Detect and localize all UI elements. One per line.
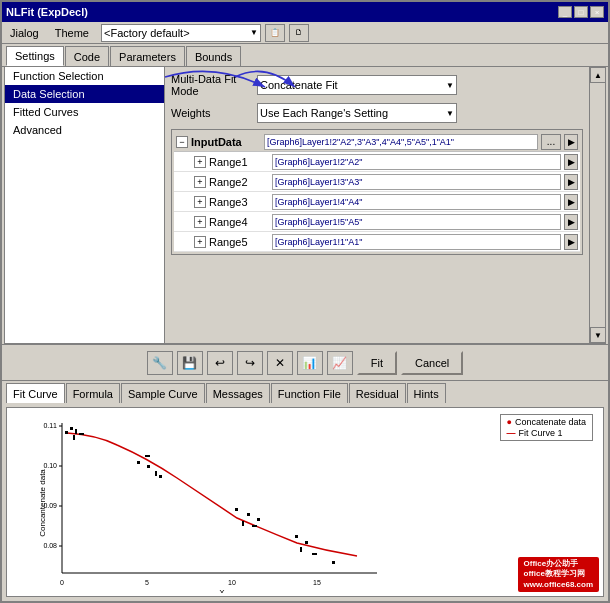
range-value-1: [Graph6]Layer1!3"A3": [272, 174, 561, 190]
theme-combo-area: <Factory default> ▼ 📋 🗋: [101, 24, 604, 42]
theme-icon1[interactable]: 📋: [265, 24, 285, 42]
settings-tab-bar: Settings Code Parameters Bounds: [2, 44, 608, 67]
svg-rect-18: [70, 427, 73, 430]
weights-row: Weights Use Each Range's Setting ▼: [171, 103, 583, 123]
legend-item-data: ● Concatenate data: [507, 417, 587, 427]
tool-btn-redo[interactable]: ↪: [237, 351, 263, 375]
range-expand-2[interactable]: +: [194, 196, 206, 208]
range-expand-4[interactable]: +: [194, 236, 206, 248]
tab-fit-curve[interactable]: Fit Curve: [6, 383, 65, 403]
window-title: NLFit (ExpDecl): [6, 6, 88, 18]
legend-label-curve: Fit Curve 1: [519, 428, 563, 438]
scroll-up-btn[interactable]: ▲: [590, 67, 606, 83]
tab-formula[interactable]: Formula: [66, 383, 120, 403]
tab-parameters[interactable]: Parameters: [110, 46, 185, 66]
range-label-4: Range5: [209, 236, 269, 248]
svg-text:0.10: 0.10: [43, 462, 57, 469]
svg-rect-33: [305, 541, 308, 544]
range-label-3: Range4: [209, 216, 269, 228]
tab-settings[interactable]: Settings: [6, 46, 64, 66]
nav-advanced[interactable]: Advanced: [5, 121, 164, 139]
legend-label-data: Concatenate data: [515, 417, 586, 427]
svg-rect-35: [312, 553, 317, 555]
svg-rect-22: [137, 461, 140, 464]
inputdata-arrow-btn[interactable]: ▶: [564, 134, 578, 150]
inputdata-expand[interactable]: −: [176, 136, 188, 148]
theme-icon2[interactable]: 🗋: [289, 24, 309, 42]
range-label-1: Range2: [209, 176, 269, 188]
mode-row: Multi-Data Fit Mode Concatenate Fit ▼: [171, 73, 583, 97]
bottom-section: Fit Curve Formula Sample Curve Messages …: [2, 380, 608, 601]
watermark-line1: Office办公助手: [524, 559, 594, 569]
inputdata-container: − InputData [Graph6]Layer1!2"A2",3"A3",4…: [171, 129, 583, 255]
range-arrow-btn-1[interactable]: ▶: [564, 174, 578, 190]
svg-text:5: 5: [145, 579, 149, 586]
legend-dot-data: ●: [507, 417, 512, 427]
range-expand-3[interactable]: +: [194, 216, 206, 228]
watermark-line3: www.office68.com: [524, 580, 594, 590]
cancel-button[interactable]: Cancel: [401, 351, 463, 375]
svg-text:15: 15: [313, 579, 321, 586]
tab-messages[interactable]: Messages: [206, 383, 270, 403]
svg-text:0.09: 0.09: [43, 502, 57, 509]
weights-combo[interactable]: Use Each Range's Setting ▼: [257, 103, 457, 123]
tab-function-file[interactable]: Function File: [271, 383, 348, 403]
tool-btn-undo[interactable]: ↩: [207, 351, 233, 375]
theme-value: <Factory default>: [104, 27, 190, 39]
scroll-down-btn[interactable]: ▼: [590, 327, 606, 343]
menu-theme[interactable]: Theme: [51, 26, 93, 40]
svg-text:10: 10: [228, 579, 236, 586]
tab-sample-curve[interactable]: Sample Curve: [121, 383, 205, 403]
tab-residual[interactable]: Residual: [349, 383, 406, 403]
bottom-toolbar: 🔧 💾 ↩ ↪ ✕ 📊 📈 Fit Cancel: [2, 344, 608, 380]
tool-btn-x[interactable]: ✕: [267, 351, 293, 375]
close-button[interactable]: ×: [590, 6, 604, 18]
tool-btn-1[interactable]: 🔧: [147, 351, 173, 375]
tab-bounds[interactable]: Bounds: [186, 46, 241, 66]
inputdata-ellipsis[interactable]: ...: [541, 134, 561, 150]
tool-btn-2[interactable]: 💾: [177, 351, 203, 375]
tab-hints[interactable]: Hints: [407, 383, 446, 403]
legend-line-curve: —: [507, 428, 516, 438]
legend-item-curve: — Fit Curve 1: [507, 428, 587, 438]
range-arrow-btn-3[interactable]: ▶: [564, 214, 578, 230]
maximize-button[interactable]: □: [574, 6, 588, 18]
tab-code[interactable]: Code: [65, 46, 109, 66]
fit-button[interactable]: Fit: [357, 351, 397, 375]
range-expand-1[interactable]: +: [194, 176, 206, 188]
window-controls: _ □ ×: [558, 6, 604, 18]
scroll-track: [590, 83, 605, 327]
range-row-0: + Range1 [Graph6]Layer1!2"A2" ▶: [174, 152, 580, 172]
mode-label: Multi-Data Fit Mode: [171, 73, 251, 97]
theme-combo-arrow: ▼: [250, 28, 258, 37]
svg-rect-29: [242, 521, 244, 526]
tool-btn-chart2[interactable]: 📈: [327, 351, 353, 375]
mode-value: Concatenate Fit: [260, 79, 338, 91]
tool-btn-chart1[interactable]: 📊: [297, 351, 323, 375]
svg-rect-28: [247, 513, 250, 516]
nav-data-selection[interactable]: Data Selection: [5, 85, 164, 103]
nav-fitted-curves[interactable]: Fitted Curves: [5, 103, 164, 121]
svg-text:0: 0: [60, 579, 64, 586]
theme-combo-box[interactable]: <Factory default> ▼: [101, 24, 261, 42]
menu-jialog[interactable]: Jialog: [6, 26, 43, 40]
range-arrow-btn-2[interactable]: ▶: [564, 194, 578, 210]
svg-rect-21: [73, 435, 75, 440]
ranges-container: + Range1 [Graph6]Layer1!2"A2" ▶ + Range2…: [174, 152, 580, 252]
svg-rect-27: [235, 508, 238, 511]
minimize-button[interactable]: _: [558, 6, 572, 18]
svg-rect-20: [79, 433, 84, 435]
svg-rect-17: [65, 431, 68, 434]
range-row-4: + Range5 [Graph6]Layer1!1"A1" ▶: [174, 232, 580, 252]
svg-rect-26: [159, 475, 162, 478]
range-expand-0[interactable]: +: [194, 156, 206, 168]
nav-function-selection[interactable]: Function Selection: [5, 67, 164, 85]
menu-bar: Jialog Theme <Factory default> ▼ 📋 🗋: [2, 22, 608, 44]
chart-legend: ● Concatenate data — Fit Curve 1: [500, 414, 594, 441]
svg-rect-32: [295, 535, 298, 538]
range-value-3: [Graph6]Layer1!5"A5": [272, 214, 561, 230]
main-window: NLFit (ExpDecl) _ □ × Jialog Theme <Fact…: [0, 0, 610, 603]
range-arrow-btn-0[interactable]: ▶: [564, 154, 578, 170]
range-arrow-btn-4[interactable]: ▶: [564, 234, 578, 250]
mode-combo[interactable]: Concatenate Fit ▼: [257, 75, 457, 95]
